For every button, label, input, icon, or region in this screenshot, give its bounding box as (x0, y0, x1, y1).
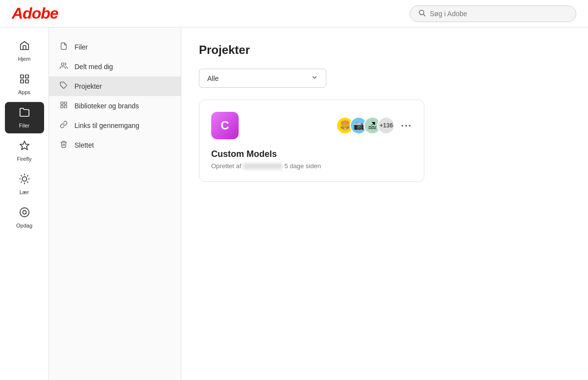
menu-label-slettet: Slettet (74, 141, 94, 149)
creator-name-blurred (243, 163, 282, 169)
svg-line-1 (423, 14, 425, 16)
sidebar-wide: Filer Delt med dig Projekter (49, 27, 181, 380)
project-icon: C (211, 112, 239, 139)
svg-point-18 (61, 63, 64, 65)
sidebar-item-laer[interactable]: Lær (5, 169, 44, 200)
sidebar-label-filer: Filer (19, 123, 29, 128)
sidebar-label-hjem: Hjem (18, 56, 31, 62)
svg-point-17 (23, 210, 26, 214)
link-icon (59, 121, 69, 130)
card-avatars-and-menu: 🍔 📷 🏖 +136 ··· (336, 117, 412, 134)
menu-label-biblioteker: Biblioteker og brands (74, 102, 139, 110)
search-input[interactable] (430, 10, 568, 18)
card-top: C 🍔 📷 🏖 +136 ··· (211, 112, 412, 139)
menu-label-delt: Delt med dig (74, 63, 113, 71)
menu-label-links: Links til gennemgang (74, 122, 139, 129)
avatar-count: +136 (377, 117, 395, 134)
menu-item-biblioteker[interactable]: Biblioteker og brands (49, 96, 181, 116)
folder-icon (19, 107, 30, 121)
svg-rect-20 (61, 102, 63, 104)
project-name: Custom Models (211, 149, 412, 159)
svg-line-11 (27, 182, 27, 182)
firefly-icon (19, 140, 30, 154)
filter-row: Alle (199, 69, 570, 88)
project-meta: Oprettet af 5 dage siden (211, 162, 412, 170)
svg-rect-22 (64, 105, 67, 108)
library-icon (59, 101, 69, 111)
svg-marker-6 (20, 141, 28, 150)
filter-dropdown[interactable]: Alle (199, 69, 326, 88)
menu-label-projekter: Projekter (74, 82, 102, 90)
chevron-down-icon (311, 74, 318, 82)
svg-line-14 (21, 182, 21, 182)
filter-value: Alle (207, 75, 219, 82)
sidebar-item-apps[interactable]: Apps (5, 69, 44, 100)
svg-rect-4 (20, 80, 23, 83)
sidebar-item-opdag[interactable]: Opdag (5, 202, 44, 233)
discover-icon (19, 207, 30, 221)
meta-suffix: 5 dage siden (284, 162, 320, 170)
adobe-logo: Adobe (12, 4, 58, 23)
sidebar-item-hjem[interactable]: Hjem (5, 35, 44, 67)
svg-rect-2 (20, 75, 23, 78)
svg-point-16 (20, 208, 28, 217)
page-title: Projekter (199, 43, 570, 57)
svg-point-7 (22, 177, 26, 181)
sidebar-label-laer: Lær (20, 189, 29, 195)
sidebar-label-opdag: Opdag (16, 223, 32, 228)
main-layout: Hjem Apps Filer (0, 27, 588, 380)
menu-label-filer: Filer (74, 43, 88, 51)
file-icon (59, 42, 69, 52)
more-options-button[interactable]: ··· (401, 120, 412, 131)
main-content: Projekter Alle C 🍔 📷 🏖 (181, 27, 588, 380)
sidebar-label-firefly: Firefly (17, 156, 32, 162)
svg-line-10 (21, 176, 21, 176)
menu-item-delt[interactable]: Delt med dig (49, 57, 181, 76)
shared-icon (59, 62, 69, 72)
menu-item-filer[interactable]: Filer (49, 37, 181, 57)
project-card: C 🍔 📷 🏖 +136 ··· Custom Models Oprettet … (199, 100, 424, 182)
menu-item-links[interactable]: Links til gennemgang (49, 116, 181, 135)
search-bar[interactable] (410, 5, 576, 22)
menu-item-projekter[interactable]: Projekter (49, 76, 181, 96)
learn-icon (19, 174, 30, 187)
top-bar: Adobe (0, 0, 588, 27)
sidebar-item-firefly[interactable]: Firefly (5, 135, 44, 167)
home-icon (19, 40, 30, 54)
svg-rect-3 (25, 75, 28, 78)
svg-rect-5 (25, 80, 28, 83)
projects-icon (59, 81, 69, 91)
svg-line-15 (27, 176, 27, 176)
menu-item-slettet[interactable]: Slettet (49, 135, 181, 155)
meta-prefix: Oprettet af (211, 162, 241, 170)
search-icon (418, 9, 426, 19)
trash-icon (59, 140, 69, 150)
sidebar-label-apps: Apps (18, 89, 30, 95)
svg-rect-21 (64, 102, 67, 104)
sidebar-item-filer[interactable]: Filer (5, 102, 44, 133)
card-avatars: 🍔 📷 🏖 +136 (336, 117, 395, 134)
svg-rect-23 (61, 105, 63, 108)
apps-icon (19, 74, 30, 87)
sidebar-narrow: Hjem Apps Filer (0, 27, 49, 380)
